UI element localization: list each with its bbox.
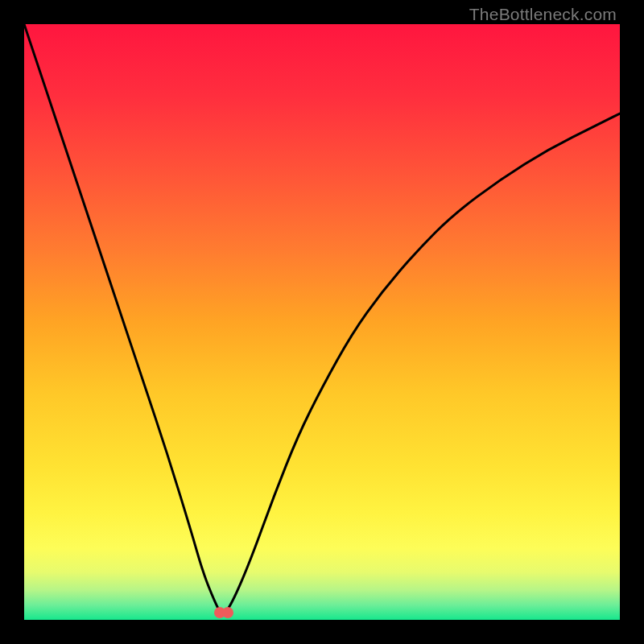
bottleneck-curve: [24, 24, 620, 620]
watermark-text: TheBottleneck.com: [469, 5, 617, 24]
plot-area: [24, 24, 620, 620]
chart-frame: TheBottleneck.com: [0, 0, 644, 644]
